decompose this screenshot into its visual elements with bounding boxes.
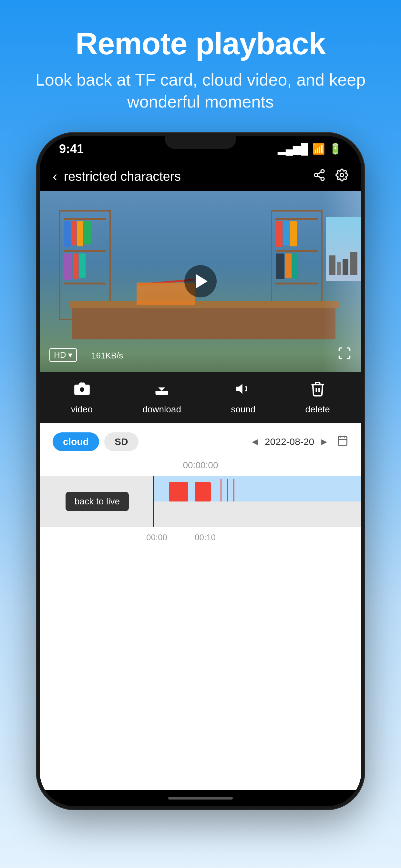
- video-button[interactable]: video: [71, 380, 93, 414]
- hd-arrow: ▾: [68, 350, 72, 360]
- back-to-live-button[interactable]: back to live: [66, 492, 129, 511]
- delete-label: delete: [305, 404, 330, 414]
- delete-icon: [309, 380, 326, 401]
- date-prev-button[interactable]: ◄: [250, 436, 259, 447]
- nav-bar: ‹ restricted characters: [40, 162, 361, 191]
- svg-point-0: [321, 169, 324, 173]
- camera-icon: [73, 380, 90, 401]
- battery-icon: 🔋: [329, 143, 342, 155]
- signal-icon: ▂▄▆█: [278, 143, 308, 155]
- calendar-icon[interactable]: [337, 435, 348, 449]
- hd-badge[interactable]: HD ▾: [50, 348, 77, 362]
- marker-2: [227, 479, 228, 501]
- notch: [165, 136, 236, 149]
- play-button[interactable]: [184, 265, 217, 298]
- current-time-display: 00:00:00: [40, 460, 361, 476]
- desk: [72, 307, 335, 339]
- marker-3: [234, 479, 235, 501]
- segment-1: [169, 482, 188, 501]
- svg-point-6: [79, 387, 85, 392]
- hd-label: HD: [54, 350, 66, 360]
- wifi-icon: 📶: [312, 143, 325, 155]
- page-subtitle: Look back at TF card, cloud video, and k…: [0, 69, 401, 113]
- nav-title: restricted characters: [64, 169, 313, 184]
- share-icon[interactable]: [313, 168, 326, 184]
- svg-line-4: [317, 172, 321, 175]
- settings-icon[interactable]: [335, 168, 348, 184]
- video-player[interactable]: HD ▾ 161KB/s: [40, 191, 361, 372]
- timeline-labels: 00:00 00:10: [40, 527, 361, 547]
- status-icons: ▂▄▆█ 📶 🔋: [278, 143, 342, 155]
- segment-2: [195, 482, 211, 501]
- current-time-line: [153, 476, 154, 527]
- back-button[interactable]: ‹: [53, 168, 58, 184]
- svg-marker-8: [236, 384, 243, 394]
- download-icon: [153, 380, 170, 401]
- timeline-label-start: 00:00: [146, 532, 167, 542]
- video-label: video: [71, 404, 93, 414]
- timeline-label-mid: 00:10: [195, 532, 216, 542]
- storage-row: cloud SD ◄ 2022-08-20 ►: [40, 423, 361, 460]
- sound-button[interactable]: sound: [231, 380, 255, 414]
- download-button[interactable]: download: [143, 380, 181, 414]
- phone-screen: 9:41 ▂▄▆█ 📶 🔋 ‹ restricted characters: [40, 136, 361, 806]
- home-indicator: [40, 790, 361, 806]
- play-icon: [196, 274, 208, 288]
- desk-top: [69, 301, 339, 308]
- timeline-track[interactable]: back to live: [40, 476, 361, 527]
- status-bar: 9:41 ▂▄▆█ 📶 🔋: [40, 136, 361, 162]
- date-display: 2022-08-20: [265, 436, 314, 447]
- controls-bar: video download: [40, 372, 361, 423]
- svg-point-1: [314, 174, 318, 177]
- delete-button[interactable]: delete: [305, 380, 330, 414]
- home-bar: [168, 797, 233, 800]
- speed-text: 161KB/s: [91, 351, 123, 361]
- fullscreen-icon[interactable]: [337, 346, 351, 363]
- svg-point-5: [340, 174, 343, 177]
- svg-line-3: [317, 176, 321, 178]
- sound-icon: [235, 380, 251, 401]
- svg-point-2: [321, 177, 324, 180]
- page-title: Remote playback: [0, 26, 401, 61]
- date-next-button[interactable]: ►: [319, 436, 329, 447]
- phone-frame: 9:41 ▂▄▆█ 📶 🔋 ‹ restricted characters: [36, 132, 365, 810]
- date-row: ◄ 2022-08-20 ►: [250, 435, 348, 449]
- sd-button[interactable]: SD: [104, 432, 138, 451]
- status-time: 9:41: [59, 142, 84, 156]
- svg-rect-9: [338, 437, 347, 445]
- nav-right-icons: [313, 168, 348, 184]
- bottom-white-space: [40, 547, 361, 790]
- marker-1: [220, 479, 221, 501]
- cloud-button[interactable]: cloud: [53, 432, 99, 451]
- timeline-section: cloud SD ◄ 2022-08-20 ►: [40, 423, 361, 790]
- sound-label: sound: [231, 404, 255, 414]
- download-label: download: [143, 404, 181, 414]
